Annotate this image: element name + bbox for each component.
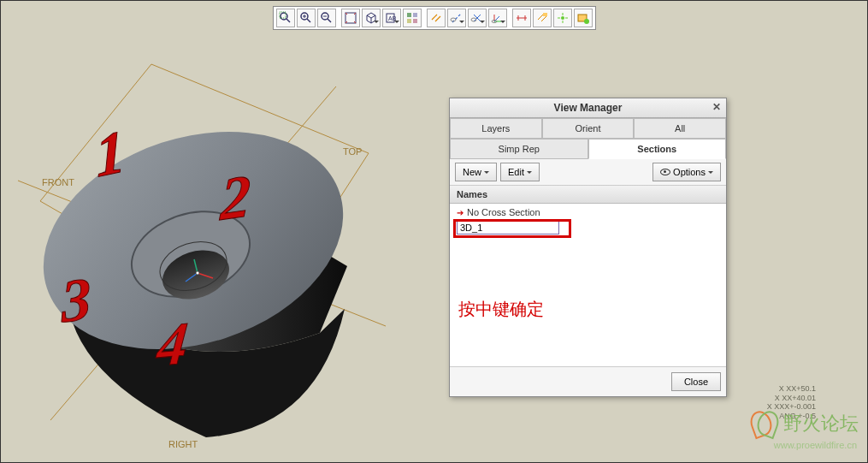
datum-plane-display-icon[interactable] [427,9,446,27]
datum-point-display-icon[interactable] [468,9,487,27]
dialog-title: View Manager ✕ [450,98,726,118]
watermark-url: www.proewildfire.cn [774,440,857,450]
tab-sections[interactable]: Sections [588,139,727,159]
tab-layers[interactable]: Layers [450,118,542,139]
svg-text:TOP: TOP [343,146,362,157]
tab-simprep[interactable]: Simp Rep [450,139,588,159]
plane-tag-display-icon[interactable] [533,9,552,27]
close-icon[interactable]: ✕ [712,101,721,113]
action-row: New Edit Options [450,159,726,186]
saved-views-icon[interactable]: AB [382,9,401,27]
svg-rect-38 [413,19,417,23]
section-name-input[interactable] [457,221,559,234]
annotation-text: 按中键确定 [458,298,544,321]
view-toolbar: AB [273,6,596,30]
part-3d-view: 1 2 3 4 FRONT TOP RIGHT [1,1,868,463]
svg-rect-36 [413,13,417,17]
svg-point-58 [584,19,589,24]
names-header: Names [450,186,726,204]
tab-row-1: Layers Orient All [450,118,726,139]
svg-text:2: 2 [219,162,251,234]
zoom-in-icon[interactable] [297,9,316,27]
zoom-out-icon[interactable] [317,9,336,27]
svg-text:1: 1 [93,116,127,189]
svg-line-31 [371,15,375,18]
names-list[interactable]: ➔ No Cross Section 按中键确定 [450,204,726,366]
svg-rect-37 [407,19,411,23]
watermark-logo: 野火论坛 [744,411,859,436]
view-manager-icon[interactable] [403,9,422,27]
svg-line-20 [286,19,290,22]
new-button[interactable]: New [455,163,497,181]
display-style-icon[interactable] [362,9,381,27]
svg-line-27 [328,19,331,22]
zoom-window-icon[interactable] [276,9,295,27]
tab-orient[interactable]: Orient [542,118,635,139]
svg-line-30 [367,15,371,18]
csys-display-icon[interactable] [488,9,507,27]
svg-text:RIGHT: RIGHT [168,439,198,449]
no-cross-section-row[interactable]: ➔ No Cross Section [452,205,724,219]
active-arrow-icon: ➔ [457,208,464,217]
svg-point-11 [196,271,199,275]
view-manager-dialog: View Manager ✕ Layers Orient All Simp Re… [449,98,727,397]
close-button[interactable]: Close [671,372,721,391]
butterfly-icon [744,411,778,436]
tab-all[interactable]: All [634,118,726,139]
tab-row-2: Simp Rep Sections [450,139,726,159]
eye-icon [660,169,670,175]
annotation-display-icon[interactable] [512,9,531,27]
svg-line-23 [307,19,310,22]
edit-button[interactable]: Edit [500,163,540,181]
spin-center-icon[interactable] [553,9,572,27]
svg-rect-35 [407,13,411,17]
svg-text:FRONT: FRONT [42,177,74,187]
svg-text:3: 3 [59,264,92,335]
options-button[interactable]: Options [652,163,721,181]
refit-icon[interactable] [341,9,360,27]
3d-notes-icon[interactable] [574,9,593,27]
viewport[interactable]: 1 2 3 4 FRONT TOP RIGHT [1,1,867,462]
svg-point-52 [561,16,564,20]
datum-axis-display-icon[interactable] [447,9,466,27]
svg-rect-51 [543,13,547,16]
svg-text:AB: AB [388,15,397,21]
svg-point-19 [280,13,287,20]
